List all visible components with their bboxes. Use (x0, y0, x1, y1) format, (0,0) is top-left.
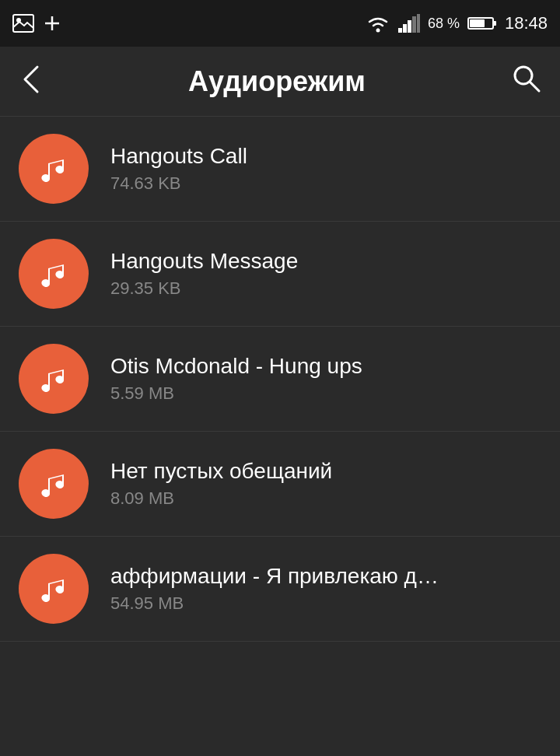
item-title-1: Hangouts Message (110, 249, 298, 274)
svg-rect-7 (408, 20, 411, 33)
item-subtitle-0: 74.63 KB (110, 173, 247, 194)
battery-icon (467, 16, 497, 31)
music-note-icon (34, 569, 73, 608)
item-text-4: аффирмации - Я привлекаю д… 54.95 MB (110, 564, 439, 614)
wifi-icon (366, 14, 390, 33)
svg-rect-8 (412, 16, 416, 33)
music-note-icon (34, 464, 73, 503)
item-icon-1 (19, 239, 89, 309)
svg-point-4 (376, 29, 380, 33)
music-note-icon (34, 359, 73, 398)
item-subtitle-4: 54.95 MB (110, 593, 439, 614)
list-item[interactable]: Нет пустых обещаний 8.09 MB (0, 432, 560, 537)
item-title-4: аффирмации - Я привлекаю д… (110, 564, 439, 589)
signal-icon (398, 14, 420, 33)
list-item[interactable]: Otis Mcdonald - Hung ups 5.59 MB (0, 327, 560, 432)
item-icon-0 (19, 134, 89, 204)
svg-rect-6 (403, 24, 407, 33)
svg-rect-12 (493, 21, 496, 26)
item-title-0: Hangouts Call (110, 144, 247, 169)
item-icon-2 (19, 344, 89, 414)
list-item[interactable]: Hangouts Call 74.63 KB (0, 117, 560, 222)
svg-rect-9 (417, 14, 420, 33)
item-text-0: Hangouts Call 74.63 KB (110, 144, 247, 194)
search-button[interactable] (510, 62, 541, 100)
plus-icon (44, 15, 61, 32)
music-note-icon (34, 149, 73, 188)
item-icon-3 (19, 449, 89, 519)
page-title: Аудиорежим (188, 65, 366, 98)
item-subtitle-3: 8.09 MB (110, 488, 332, 509)
back-button[interactable] (19, 61, 44, 103)
svg-rect-5 (398, 28, 402, 33)
image-icon (12, 14, 34, 33)
item-icon-4 (19, 554, 89, 624)
list-item[interactable]: аффирмации - Я привлекаю д… 54.95 MB (0, 537, 560, 642)
item-text-2: Otis Mcdonald - Hung ups 5.59 MB (110, 354, 362, 404)
svg-line-14 (530, 82, 539, 91)
status-bar-left (12, 14, 61, 33)
item-title-2: Otis Mcdonald - Hung ups (110, 354, 362, 379)
item-subtitle-2: 5.59 MB (110, 383, 362, 404)
audio-list: Hangouts Call 74.63 KB Hangouts Message … (0, 117, 560, 642)
item-text-3: Нет пустых обещаний 8.09 MB (110, 459, 332, 509)
item-title-3: Нет пустых обещаний (110, 459, 332, 484)
svg-rect-11 (470, 19, 485, 27)
item-text-1: Hangouts Message 29.35 KB (110, 249, 298, 299)
list-item[interactable]: Hangouts Message 29.35 KB (0, 222, 560, 327)
status-bar-right: 68 % 18:48 (366, 13, 548, 33)
music-note-icon (34, 254, 73, 293)
svg-rect-0 (13, 15, 33, 32)
toolbar: Аудиорежим (0, 47, 560, 117)
status-time: 18:48 (505, 13, 548, 33)
item-subtitle-1: 29.35 KB (110, 278, 298, 299)
battery-percentage: 68 % (428, 16, 460, 32)
status-bar: 68 % 18:48 (0, 0, 560, 47)
